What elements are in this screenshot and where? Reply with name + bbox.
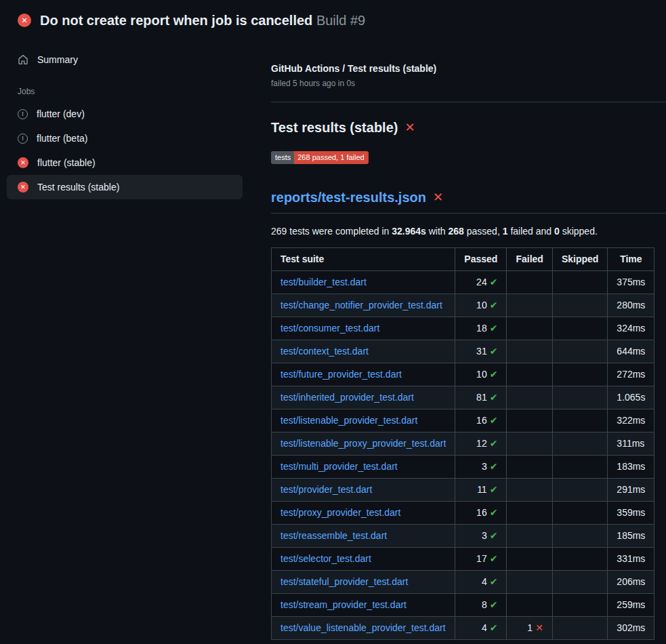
suite-cell: test/listenable_proxy_provider_test.dart [272, 432, 455, 456]
table-row: test/stream_provider_test.dart8✔259ms [272, 594, 654, 617]
check-icon: ✔ [490, 415, 498, 426]
table-row: test/value_listenable_provider_test.dart… [272, 617, 654, 640]
passed-cell: 4✔ [455, 617, 507, 640]
check-icon: ✔ [490, 484, 498, 495]
passed-cell: 11✔ [455, 479, 507, 502]
time-cell: 311ms [608, 432, 654, 456]
suite-cell: test/listenable_provider_test.dart [272, 409, 455, 432]
check-icon: ✔ [490, 346, 498, 357]
time-cell: 272ms [608, 363, 654, 386]
suite-link[interactable]: test/builder_test.dart [280, 277, 367, 287]
sidebar-item-flutter-stable[interactable]: ✕ flutter (stable) [7, 150, 243, 175]
sidebar-item-flutter-beta[interactable]: ! flutter (beta) [7, 126, 243, 150]
skipped-cell [552, 294, 607, 317]
skipped-cell [552, 409, 607, 432]
sidebar-item-flutter-dev[interactable]: ! flutter (dev) [7, 102, 243, 126]
skipped-cell [552, 271, 607, 294]
failed-status-icon: ✕ [18, 182, 28, 193]
failed-cell [507, 594, 552, 617]
table-row: test/stateful_provider_test.dart4✔206ms [272, 571, 654, 594]
status-line: failed 5 hours ago in 0s [271, 79, 645, 88]
suite-link[interactable]: test/consumer_test.dart [280, 323, 379, 334]
time-cell: 375ms [608, 271, 654, 294]
suite-link[interactable]: test/listenable_provider_test.dart [280, 415, 417, 426]
check-icon: ✔ [490, 323, 498, 334]
suite-link[interactable]: test/proxy_provider_test.dart [280, 507, 400, 518]
table-row: test/change_notifier_provider_test.dart1… [272, 294, 654, 317]
summary-text: failed and [508, 226, 555, 237]
failed-cell [507, 502, 552, 525]
skipped-cell [552, 432, 607, 456]
time-cell: 322ms [608, 409, 654, 432]
failed-cell [507, 479, 552, 502]
neutral-status-icon: ! [18, 109, 28, 119]
table-row: test/provider_test.dart11✔291ms [272, 479, 654, 502]
skipped-cell [552, 525, 607, 548]
suite-cell: test/builder_test.dart [272, 271, 455, 294]
suite-cell: test/stateful_provider_test.dart [272, 571, 455, 594]
suite-link[interactable]: test/change_notifier_provider_test.dart [280, 300, 442, 310]
time-cell: 183ms [608, 456, 654, 479]
main-content: GitHub Actions / Test results (stable) f… [249, 38, 666, 644]
passed-cell: 31✔ [455, 340, 507, 363]
column-header-failed: Failed [507, 248, 552, 271]
sidebar-item-test-results-stable[interactable]: ✕ Test results (stable) [7, 175, 243, 199]
summary-bold-value: 32.964s [392, 226, 426, 237]
passed-cell: 16✔ [455, 502, 507, 525]
check-run-title: Test results (stable) ✕ [271, 119, 645, 136]
table-row: test/listenable_provider_test.dart16✔322… [272, 409, 654, 432]
suite-cell: test/selector_test.dart [272, 548, 455, 571]
check-icon: ✔ [490, 461, 498, 472]
build-header: ✕ Do not create report when job is cance… [0, 0, 666, 38]
passed-cell: 3✔ [455, 525, 507, 548]
report-link[interactable]: reports/test-results.json [271, 188, 426, 206]
suite-link[interactable]: test/provider_test.dart [280, 484, 372, 495]
suite-link[interactable]: test/future_provider_test.dart [280, 369, 402, 380]
suite-link[interactable]: test/multi_provider_test.dart [280, 461, 398, 472]
jobs-list: ! flutter (dev) ! flutter (beta) ✕ flutt… [0, 102, 249, 199]
suite-cell: test/future_provider_test.dart [272, 363, 455, 386]
suite-cell: test/proxy_provider_test.dart [272, 502, 455, 525]
suite-link[interactable]: test/inherited_provider_test.dart [280, 392, 414, 403]
skipped-cell [552, 317, 607, 340]
summary-text: skipped. [560, 226, 598, 237]
check-icon: ✔ [490, 576, 498, 587]
page-title: Do not create report when job is cancell… [40, 12, 365, 29]
summary-bold-value: 268 [449, 226, 464, 237]
failed-cell [507, 548, 552, 571]
failed-cell: 1✕ [507, 617, 552, 640]
table-row: test/reassemble_test.dart3✔185ms [272, 525, 654, 548]
suite-link[interactable]: test/value_listenable_provider_test.dart [280, 622, 446, 633]
suite-cell: test/consumer_test.dart [272, 317, 455, 340]
suite-cell: test/change_notifier_provider_test.dart [272, 294, 455, 317]
tests-badge: tests 268 passed, 1 failed [271, 151, 369, 164]
time-cell: 291ms [608, 479, 654, 502]
failed-cell [507, 363, 552, 386]
badge-label: tests [271, 151, 294, 164]
table-row: test/selector_test.dart17✔331ms [272, 548, 654, 571]
page: ✕ Do not create report when job is cance… [0, 0, 666, 644]
suite-link[interactable]: test/listenable_proxy_provider_test.dart [280, 438, 446, 449]
column-header-time: Time [608, 248, 654, 271]
skipped-cell [552, 502, 607, 525]
check-icon: ✔ [490, 599, 498, 610]
suite-cell: test/value_listenable_provider_test.dart [272, 617, 455, 640]
skipped-cell [552, 340, 607, 363]
suite-link[interactable]: test/reassemble_test.dart [280, 530, 387, 541]
table-row: test/proxy_provider_test.dart16✔359ms [272, 502, 654, 525]
time-cell: 644ms [608, 340, 654, 363]
suite-link[interactable]: test/stream_provider_test.dart [280, 599, 407, 610]
failed-cell [507, 571, 552, 594]
suite-link[interactable]: test/stateful_provider_test.dart [280, 576, 408, 587]
neutral-status-icon: ! [18, 134, 28, 144]
time-cell: 206ms [608, 571, 654, 594]
suite-cell: test/inherited_provider_test.dart [272, 386, 455, 409]
check-icon: ✔ [490, 507, 498, 518]
suite-link[interactable]: test/context_test.dart [280, 346, 369, 357]
sidebar-item-summary[interactable]: Summary [7, 47, 243, 72]
suite-cell: test/context_test.dart [272, 340, 455, 363]
table-row: test/consumer_test.dart18✔324ms [272, 317, 654, 340]
suite-link[interactable]: test/selector_test.dart [280, 553, 371, 564]
failed-cell [507, 525, 552, 548]
x-icon: ✕ [535, 622, 543, 633]
